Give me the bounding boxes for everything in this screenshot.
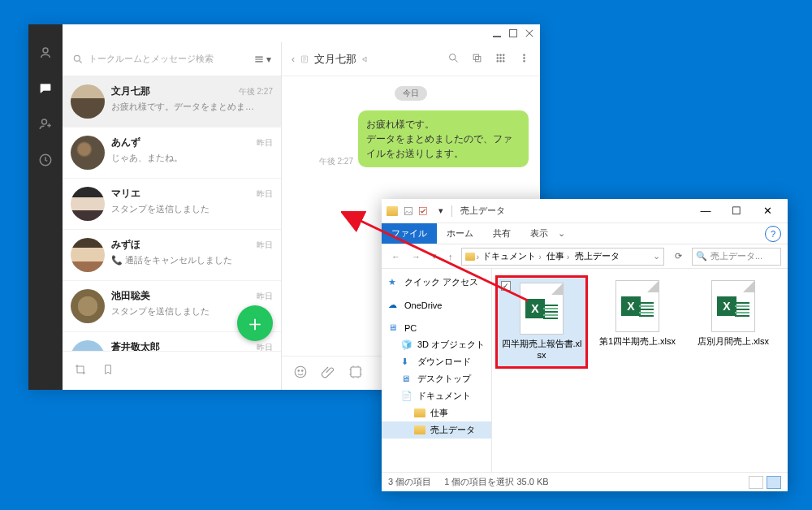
- tree-downloads[interactable]: ⬇ダウンロード: [382, 353, 491, 370]
- chat-preview: 📞 通話をキャンセルしました: [111, 254, 257, 266]
- breadcrumb[interactable]: 仕事: [546, 250, 564, 262]
- explorer-titlebar: ▾ 売上データ — ☐ ✕: [382, 199, 788, 223]
- notes-icon[interactable]: [300, 54, 309, 64]
- nav-up-button[interactable]: ↑: [445, 252, 456, 261]
- search-placeholder: トークルームとメッセージ検索: [89, 53, 214, 65]
- nav-history-button[interactable]: ▾: [429, 251, 440, 261]
- bookmark-icon[interactable]: [102, 363, 114, 378]
- excel-file-icon: X: [711, 280, 755, 332]
- tree-3d-objects[interactable]: 🧊3D オブジェクト: [382, 336, 491, 353]
- view-details-button[interactable]: [749, 476, 763, 489]
- view-icons-button[interactable]: [767, 476, 781, 489]
- ribbon-tab-file[interactable]: ファイル: [382, 223, 437, 244]
- line-titlebar: [63, 24, 540, 42]
- explorer-address-bar: ← → ▾ ↑ › ドキュメント › 仕事 › 売上データ ⌄ ⟳ 🔍売上データ…: [382, 244, 788, 269]
- profile-icon[interactable]: [38, 45, 53, 60]
- chat-time: 昨日: [257, 188, 273, 200]
- capture-icon[interactable]: [348, 365, 363, 382]
- emoji-icon[interactable]: [293, 365, 308, 382]
- explorer-maximize-button[interactable]: ☐: [721, 199, 752, 223]
- chat-item[interactable]: 文月七那午後 2:27 お疲れ様です。データをまとめましたので、ファイルをお送り…: [63, 76, 281, 128]
- message-row: 午後 2:27 お疲れ様です。データをまとめましたので、ファイルをお送りします。: [293, 110, 529, 167]
- tree-pc[interactable]: 🖥PC: [382, 320, 491, 336]
- ribbon-help-icon[interactable]: ?: [765, 226, 781, 242]
- ribbon-tab-home[interactable]: ホーム: [437, 223, 483, 244]
- chat-item[interactable]: あんず昨日 じゃあ、またね。: [63, 128, 281, 179]
- file-explorer-window: ▾ 売上データ — ☐ ✕ ファイル ホーム 共有 表示 ⌄ ? ← → ▾ ↑…: [382, 199, 788, 491]
- maximize-button[interactable]: [509, 29, 517, 37]
- close-button[interactable]: [525, 29, 533, 37]
- chat-header: ‹ 文月七那: [282, 42, 540, 76]
- avatar: [71, 238, 105, 272]
- file-tile[interactable]: X 店別月間売上.xlsx: [687, 275, 780, 352]
- svg-point-6: [497, 54, 499, 55]
- qat-properties-icon[interactable]: [403, 205, 414, 217]
- svg-point-16: [524, 57, 525, 58]
- svg-point-8: [503, 54, 504, 55]
- svg-point-20: [302, 370, 304, 372]
- tree-onedrive[interactable]: ☁OneDrive: [382, 297, 491, 313]
- svg-point-13: [500, 60, 502, 62]
- breadcrumb[interactable]: ドキュメント: [482, 250, 536, 262]
- tree-desktop[interactable]: 🖥デスクトップ: [382, 370, 491, 387]
- explorer-tree[interactable]: ★クイック アクセス ☁OneDrive 🖥PC 🧊3D オブジェクト ⬇ダウン…: [382, 269, 492, 472]
- ribbon-expand-icon[interactable]: ⌄: [558, 228, 565, 239]
- refresh-button[interactable]: ⟳: [669, 248, 687, 266]
- file-tile[interactable]: ✓ X 四半期売上報告書.xlsx: [495, 275, 588, 369]
- crop-icon[interactable]: [74, 363, 87, 378]
- svg-rect-4: [473, 54, 478, 59]
- minimize-button[interactable]: [493, 29, 501, 37]
- nav-forward-button[interactable]: →: [408, 252, 424, 261]
- more-vertical-icon[interactable]: [518, 52, 530, 67]
- chat-name: あんず: [111, 136, 140, 149]
- excel-file-icon: X: [520, 283, 564, 335]
- status-selection: 1 個の項目を選択 35.0 KB: [444, 476, 548, 488]
- chat-search-input[interactable]: トークルームとメッセージ検索: [67, 50, 248, 68]
- new-chat-button[interactable]: ＋: [237, 305, 273, 341]
- line-app-sidebar: [28, 24, 63, 390]
- chevron-left-icon[interactable]: ‹: [292, 54, 295, 65]
- breadcrumb[interactable]: 売上データ: [575, 250, 620, 262]
- chat-item[interactable]: マリエ昨日 スタンプを送信しました: [63, 179, 281, 230]
- explorer-minimize-button[interactable]: —: [690, 199, 721, 223]
- timeline-icon[interactable]: [38, 153, 53, 167]
- sort-button[interactable]: ▾: [248, 50, 276, 68]
- explorer-search-input[interactable]: 🔍売上データ...: [692, 248, 781, 266]
- search-placeholder: 売上データ...: [710, 250, 762, 262]
- chat-name: 池田聡美: [111, 289, 150, 303]
- nav-back-button[interactable]: ←: [388, 252, 404, 261]
- address-input[interactable]: › ドキュメント › 仕事 › 売上データ ⌄: [461, 248, 665, 266]
- file-tile[interactable]: X 第1四半期売上.xlsx: [591, 275, 684, 352]
- chat-time: 昨日: [257, 291, 273, 302]
- chat-name: マリエ: [111, 187, 140, 201]
- tree-work[interactable]: 仕事: [382, 404, 491, 421]
- tree-documents[interactable]: 📄ドキュメント: [382, 387, 491, 404]
- file-pane[interactable]: ✓ X 四半期売上報告書.xlsx X 第1四半期売上.xlsx X: [492, 269, 788, 472]
- attach-icon[interactable]: [321, 365, 335, 382]
- tree-sales-data[interactable]: 売上データ: [382, 421, 491, 439]
- chat-name: 文月七那: [111, 84, 150, 98]
- message-time: 午後 2:27: [319, 156, 353, 167]
- explorer-status-bar: 3 個の項目 1 個の項目を選択 35.0 KB: [382, 472, 788, 491]
- svg-point-15: [524, 54, 525, 55]
- date-pill: 今日: [395, 86, 427, 101]
- ribbon-tab-view[interactable]: 表示: [520, 223, 558, 244]
- svg-rect-5: [476, 56, 481, 61]
- ribbon-tab-share[interactable]: 共有: [483, 223, 520, 244]
- svg-point-17: [524, 60, 525, 62]
- explorer-close-button[interactable]: ✕: [752, 199, 783, 223]
- menu-grid-icon[interactable]: [495, 52, 507, 67]
- search-in-chat-icon[interactable]: [447, 52, 460, 67]
- chat-item[interactable]: みずほ昨日 📞 通話をキャンセルしました: [63, 230, 281, 281]
- tree-quick-access[interactable]: ★クイック アクセス: [382, 274, 491, 291]
- chats-icon[interactable]: [38, 81, 53, 96]
- qat-checkbox-icon[interactable]: [417, 205, 429, 217]
- selection-checkbox-icon[interactable]: ✓: [501, 281, 511, 291]
- chat-preview: じゃあ、またね。: [111, 152, 257, 164]
- svg-point-12: [497, 60, 499, 62]
- speaker-icon[interactable]: [361, 54, 371, 64]
- add-friend-icon[interactable]: [38, 117, 53, 132]
- avatar: [71, 84, 105, 119]
- windows-icon[interactable]: [471, 52, 483, 67]
- svg-rect-21: [351, 367, 361, 377]
